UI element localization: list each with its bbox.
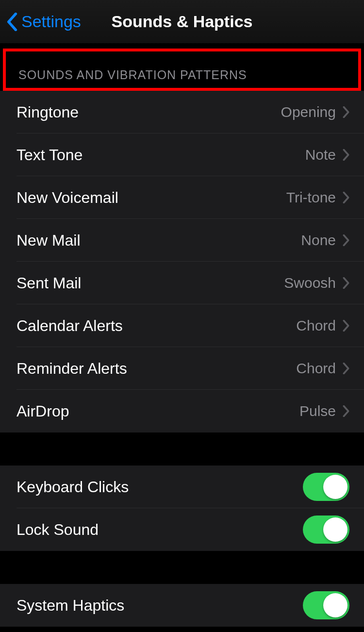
row-label: Calendar Alerts [17,317,123,335]
row-value: Opening [281,104,336,120]
toggle-knob [323,593,347,617]
row-text-tone[interactable]: Text Tone Note [0,133,364,176]
chevron-right-icon [343,405,349,417]
chevron-left-icon [7,13,17,31]
chevron-right-icon [343,277,349,289]
row-value: None [301,232,336,249]
row-label: Lock Sound [17,521,99,539]
row-new-voicemail[interactable]: New Voicemail Tri-tone [0,176,364,219]
back-button[interactable]: Settings [0,12,81,31]
row-label: System Haptics [17,597,124,615]
row-label: New Voicemail [17,189,118,207]
row-label: Text Tone [17,146,83,164]
row-value: Chord [296,317,336,334]
row-value: Chord [296,360,336,377]
row-keyboard-clicks[interactable]: Keyboard Clicks [0,466,364,508]
row-ringtone[interactable]: Ringtone Opening [0,91,364,133]
toggle-system-haptics[interactable] [303,591,349,619]
row-lock-sound[interactable]: Lock Sound [0,508,364,551]
row-system-haptics[interactable]: System Haptics [0,584,364,627]
sounds-list: Ringtone Opening Text Tone Note New Voic… [0,91,364,432]
row-new-mail[interactable]: New Mail None [0,219,364,262]
section-header-sounds-highlight: SOUNDS AND VIBRATION PATTERNS [3,49,361,91]
chevron-right-icon [343,320,349,332]
section-gap [0,432,364,466]
chevron-right-icon [343,106,349,118]
row-label: New Mail [17,232,81,249]
row-value: Swoosh [284,275,336,291]
chevron-right-icon [343,149,349,161]
toggle-list-b: System Haptics [0,584,364,627]
row-value: Tri-tone [286,189,336,206]
navbar: Settings Sounds & Haptics [0,0,364,44]
row-airdrop[interactable]: AirDrop Pulse [0,390,364,432]
toggle-lock-sound[interactable] [303,516,349,544]
row-label: Sent Mail [17,274,81,292]
row-reminder-alerts[interactable]: Reminder Alerts Chord [0,347,364,390]
row-calendar-alerts[interactable]: Calendar Alerts Chord [0,304,364,347]
row-label: Reminder Alerts [17,360,127,378]
chevron-right-icon [343,363,349,374]
section-header-sounds: SOUNDS AND VIBRATION PATTERNS [18,68,358,82]
toggle-knob [323,475,347,499]
toggle-keyboard-clicks[interactable] [303,473,349,501]
row-value: Pulse [299,403,336,419]
row-label: Keyboard Clicks [17,478,129,496]
chevron-right-icon [343,192,349,203]
toggle-list-a: Keyboard Clicks Lock Sound [0,466,364,551]
back-label: Settings [21,12,81,31]
row-sent-mail[interactable]: Sent Mail Swoosh [0,262,364,304]
row-label: Ringtone [17,103,79,121]
section-gap [0,551,364,584]
row-label: AirDrop [17,402,69,420]
toggle-knob [323,517,347,542]
row-value: Note [305,147,336,163]
chevron-right-icon [343,234,349,246]
